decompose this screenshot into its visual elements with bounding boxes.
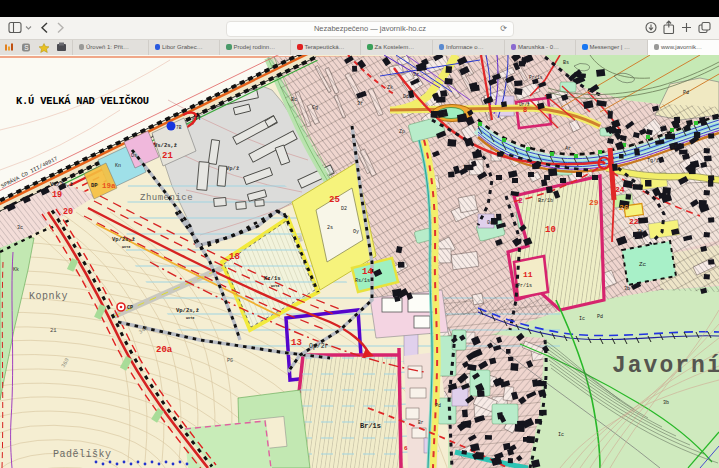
svg-text:Zhumenice: Zhumenice bbox=[140, 193, 193, 203]
svg-text:Kk: Kk bbox=[13, 267, 19, 273]
svg-text:Kopnky: Kopnky bbox=[29, 291, 68, 302]
svg-text:3b: 3b bbox=[624, 286, 630, 292]
svg-text:Dd: Dd bbox=[403, 94, 409, 100]
svg-text:Pd: Pd bbox=[683, 90, 689, 96]
svg-text:18: 18 bbox=[229, 252, 240, 262]
svg-text:Zb: Zb bbox=[637, 229, 643, 235]
svg-text:Ic: Ic bbox=[579, 316, 585, 322]
svg-text:7B: 7B bbox=[176, 125, 182, 130]
svg-text:D2: D2 bbox=[341, 206, 347, 212]
svg-text:19a: 19a bbox=[102, 182, 116, 190]
svg-text:Bt: Bt bbox=[607, 110, 613, 116]
svg-text:Pd: Pd bbox=[597, 314, 603, 320]
svg-text:11: 11 bbox=[523, 270, 533, 279]
svg-text:Bz: Bz bbox=[671, 144, 677, 150]
svg-text:21: 21 bbox=[50, 327, 57, 334]
svg-text:DP: DP bbox=[91, 182, 98, 189]
svg-text:Op/2r: Op/2r bbox=[309, 343, 329, 350]
svg-text:3b: 3b bbox=[663, 400, 669, 406]
svg-text:Br/1s: Br/1s bbox=[360, 422, 381, 430]
svg-text:20: 20 bbox=[63, 207, 73, 217]
svg-text:22: 22 bbox=[629, 217, 639, 226]
svg-text:14: 14 bbox=[362, 267, 373, 277]
svg-text:10: 10 bbox=[545, 225, 556, 235]
svg-text:WXYZ: WXYZ bbox=[271, 284, 279, 288]
svg-text:6: 6 bbox=[404, 445, 408, 452]
svg-text:Vp/ž: Vp/ž bbox=[226, 165, 239, 172]
svg-text:3r: 3r bbox=[357, 101, 363, 107]
svg-text:Vp/2s,ž: Vp/2s,ž bbox=[176, 307, 199, 314]
svg-text:Cg: Cg bbox=[312, 105, 318, 111]
svg-text:3p: 3p bbox=[463, 164, 471, 171]
svg-text:Pd: Pd bbox=[435, 403, 441, 409]
svg-text:2: 2 bbox=[518, 196, 523, 205]
svg-text:19: 19 bbox=[52, 190, 62, 200]
svg-text:Br: Br bbox=[418, 420, 424, 425]
svg-text:WXYZ: WXYZ bbox=[186, 316, 194, 320]
svg-text:Vp/2s,ž: Vp/2s,ž bbox=[112, 236, 135, 243]
svg-text:Os: Os bbox=[131, 153, 137, 159]
svg-text:0a: 0a bbox=[487, 220, 493, 226]
svg-text:WXYZ: WXYZ bbox=[122, 245, 130, 249]
svg-text:Kz/1s: Kz/1s bbox=[264, 275, 281, 282]
svg-text:24: 24 bbox=[615, 185, 625, 194]
svg-text:Bz/1b: Bz/1b bbox=[538, 198, 553, 204]
svg-text:Kn: Kn bbox=[115, 163, 121, 169]
svg-text:Ic: Ic bbox=[558, 432, 564, 438]
svg-text:S: S bbox=[24, 44, 29, 51]
svg-text:25: 25 bbox=[329, 195, 340, 205]
svg-text:3z: 3z bbox=[413, 72, 419, 78]
svg-text:PG: PG bbox=[227, 358, 233, 364]
svg-text:Rs/1s: Rs/1s bbox=[355, 278, 370, 284]
svg-text:CP: CP bbox=[127, 305, 133, 311]
svg-text:29: 29 bbox=[589, 198, 599, 207]
svg-text:TT: TT bbox=[195, 116, 201, 122]
svg-text:21: 21 bbox=[162, 151, 173, 161]
svg-text:26: 26 bbox=[619, 203, 629, 212]
svg-text:3c: 3c bbox=[17, 225, 23, 231]
svg-text:Zs: Zs bbox=[443, 112, 449, 117]
svg-text:Vs/2s,ž: Vs/2s,ž bbox=[50, 181, 73, 188]
svg-text:Padělíšky: Padělíšky bbox=[53, 449, 112, 460]
svg-text:Bc: Bc bbox=[291, 97, 297, 103]
svg-text:20a: 20a bbox=[156, 345, 173, 355]
svg-text:Zk: Zk bbox=[387, 85, 393, 91]
svg-text:2s: 2s bbox=[327, 225, 333, 231]
svg-text:Pr/1s: Pr/1s bbox=[529, 75, 543, 80]
svg-text:Zp: Zp bbox=[399, 129, 405, 135]
svg-text:Oy: Oy bbox=[353, 229, 359, 235]
svg-text:Ur/ž: Ur/ž bbox=[519, 102, 530, 107]
svg-text:Bs: Bs bbox=[563, 60, 569, 66]
svg-text:Tg/ž: Tg/ž bbox=[647, 158, 659, 164]
svg-text:Ar: Ar bbox=[565, 146, 571, 152]
svg-text:K.Ú VELKÁ NAD VELIČKOU: K.Ú VELKÁ NAD VELIČKOU bbox=[16, 94, 149, 107]
svg-text:8: 8 bbox=[523, 106, 527, 114]
svg-text:Pr/1s: Pr/1s bbox=[517, 283, 532, 289]
svg-text:Zc: Zc bbox=[639, 261, 647, 268]
svg-text:Vs/2s,ž: Vs/2s,ž bbox=[154, 142, 177, 149]
svg-text:13: 13 bbox=[291, 338, 302, 348]
svg-text:Javorní: Javorní bbox=[612, 353, 719, 379]
